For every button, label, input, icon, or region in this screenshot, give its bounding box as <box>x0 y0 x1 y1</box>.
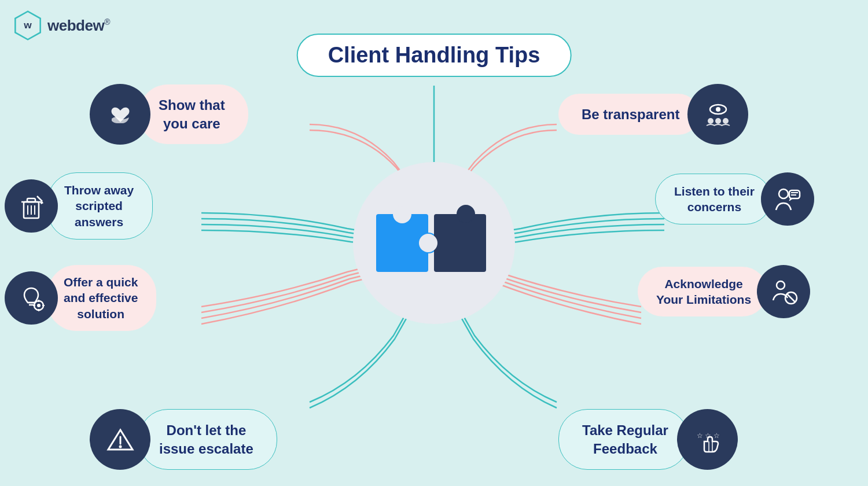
escalate-label: Don't let theissue escalate <box>139 409 277 469</box>
acknowledge-label: AcknowledgeYour Limitations <box>638 267 767 317</box>
stars-hand-icon: ☆ ☆ ☆ <box>677 409 738 470</box>
logo-icon: w <box>13 10 43 41</box>
center-circle <box>353 162 515 324</box>
logo-text: webdew® <box>47 17 110 35</box>
svg-line-22 <box>37 196 42 201</box>
svg-point-9 <box>394 206 410 222</box>
svg-rect-6 <box>434 214 486 272</box>
tip-feedback: Take RegularFeedback ☆ ☆ ☆ <box>558 409 778 470</box>
group-eye-icon <box>687 84 748 145</box>
tip-show-care: Show thatyou care <box>90 84 310 145</box>
svg-point-31 <box>37 304 41 307</box>
svg-point-14 <box>715 118 721 124</box>
svg-point-7 <box>419 234 437 252</box>
tip-scripted: Throw awayscriptedanswers <box>5 172 201 240</box>
svg-line-38 <box>787 294 795 302</box>
heart-hand-icon <box>90 84 150 145</box>
trash-pen-icon <box>5 179 58 233</box>
svg-point-41 <box>119 445 122 448</box>
page-title: Client Handling Tips <box>297 34 572 77</box>
show-care-label: Show thatyou care <box>139 84 248 143</box>
lightbulb-gear-icon <box>5 271 58 325</box>
svg-rect-18 <box>27 198 35 202</box>
tip-acknowledge: AcknowledgeYour Limitations <box>638 265 863 318</box>
svg-point-10 <box>458 206 474 222</box>
svg-point-13 <box>708 118 713 124</box>
feedback-label: Take RegularFeedback <box>558 409 689 469</box>
tip-solution: Offer a quickand effectivesolution <box>5 265 201 331</box>
warning-triangle-icon <box>90 409 150 470</box>
tip-listen: Listen to theirconcerns <box>655 172 863 226</box>
tip-transparent: Be transparent <box>558 84 778 145</box>
svg-text:w: w <box>23 19 32 31</box>
solution-label: Offer a quickand effectivesolution <box>47 265 156 331</box>
listen-label: Listen to theirconcerns <box>655 174 771 225</box>
person-no-icon <box>757 265 810 318</box>
tip-escalate: Don't let theissue escalate <box>90 409 310 470</box>
svg-point-36 <box>777 281 785 289</box>
puzzle-icon <box>370 200 498 286</box>
svg-point-24 <box>779 189 788 198</box>
scripted-label: Throw awayscriptedanswers <box>47 172 153 240</box>
svg-point-15 <box>723 118 729 124</box>
logo: w webdew® <box>13 10 110 41</box>
transparent-label: Be transparent <box>558 94 699 135</box>
svg-point-12 <box>716 107 720 112</box>
person-chat-icon <box>761 172 814 226</box>
